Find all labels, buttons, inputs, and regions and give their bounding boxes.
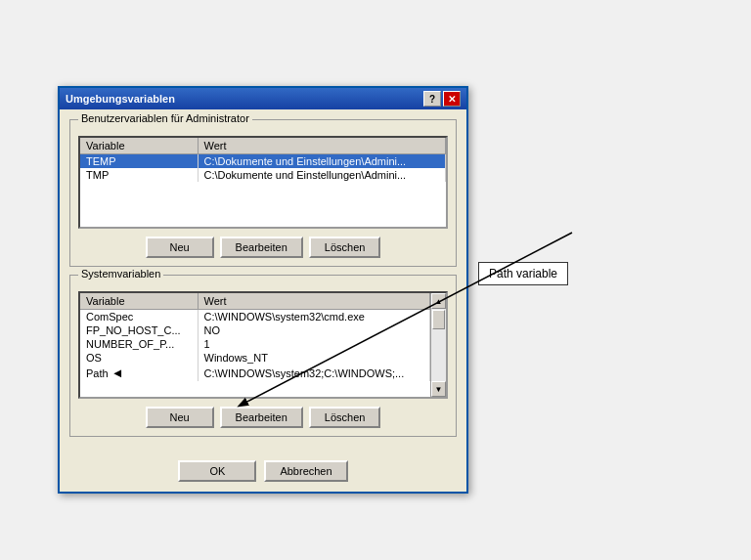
annotation-box: Path variable bbox=[478, 262, 568, 285]
user-table-header: Variable Wert bbox=[80, 138, 446, 154]
close-button[interactable]: ✕ bbox=[443, 91, 461, 107]
sys-var-name: Path ◄ bbox=[80, 365, 198, 381]
annotation-label: Path variable bbox=[489, 267, 557, 280]
user-delete-button[interactable]: Löschen bbox=[309, 237, 381, 258]
ok-button[interactable]: OK bbox=[178, 460, 256, 482]
user-table-row[interactable]: TEMPC:\Dokumente und Einstellungen\Admin… bbox=[80, 154, 446, 169]
help-button[interactable]: ? bbox=[423, 91, 441, 107]
scroll-thumb[interactable] bbox=[432, 310, 445, 329]
scroll-down-btn[interactable]: ▼ bbox=[431, 381, 446, 397]
environment-variables-dialog: Umgebungsvariablen ? ✕ Benutzervariablen… bbox=[58, 86, 468, 494]
system-table-body: ComSpecC:\WINDOWS\system32\cmd.exeFP_NO_… bbox=[80, 310, 430, 382]
system-edit-button[interactable]: Bearbeiten bbox=[220, 407, 303, 428]
system-scrollbar[interactable]: ▲ ▼ bbox=[430, 293, 446, 397]
system-variables-table-wrapper: Variable Wert ComSpecC:\WINDOWS\system32… bbox=[78, 291, 448, 399]
dialog-body: Benutzervariablen für Administrator Vari… bbox=[60, 109, 466, 454]
page-wrapper: Umgebungsvariablen ? ✕ Benutzervariablen… bbox=[58, 86, 693, 494]
system-table-row[interactable]: Path ◄C:\WINDOWS\system32;C:\WINDOWS;... bbox=[80, 365, 430, 381]
system-table-row[interactable]: FP_NO_HOST_C...NO bbox=[80, 323, 430, 337]
dialog-title: Umgebungsvariablen bbox=[66, 93, 175, 105]
path-arrow-icon: ◄ bbox=[111, 366, 124, 380]
system-delete-button[interactable]: Löschen bbox=[309, 407, 381, 428]
system-col-variable: Variable bbox=[80, 293, 198, 310]
user-btn-row: Neu Bearbeiten Löschen bbox=[78, 237, 448, 258]
user-edit-button[interactable]: Bearbeiten bbox=[220, 237, 303, 258]
system-col-value: Wert bbox=[198, 293, 430, 310]
user-variables-section: Benutzervariablen für Administrator Vari… bbox=[69, 119, 457, 267]
system-section-title: Systemvariablen bbox=[78, 268, 163, 280]
system-btn-row: Neu Bearbeiten Löschen bbox=[78, 407, 448, 428]
sys-var-name: NUMBER_OF_P... bbox=[80, 337, 198, 351]
scroll-track bbox=[431, 309, 446, 381]
title-bar: Umgebungsvariablen ? ✕ bbox=[60, 88, 466, 109]
sys-var-value: C:\WINDOWS\system32;C:\WINDOWS;... bbox=[198, 365, 430, 381]
dialog-footer: OK Abbrechen bbox=[60, 454, 466, 492]
system-new-button[interactable]: Neu bbox=[146, 407, 214, 428]
sys-var-name: OS bbox=[80, 351, 198, 365]
user-variables-table: Variable Wert TEMPC:\Dokumente und Einst… bbox=[80, 138, 446, 182]
annotation-area: Path variable bbox=[478, 262, 693, 285]
system-variables-table: Variable Wert ComSpecC:\WINDOWS\system32… bbox=[80, 293, 430, 381]
system-table-row[interactable]: NUMBER_OF_P...1 bbox=[80, 337, 430, 351]
sys-var-value: Windows_NT bbox=[198, 351, 430, 365]
system-table-header: Variable Wert bbox=[80, 293, 430, 310]
user-new-button[interactable]: Neu bbox=[146, 237, 214, 258]
user-col-variable: Variable bbox=[80, 138, 198, 154]
sys-var-value: 1 bbox=[198, 337, 430, 351]
scroll-up-btn[interactable]: ▲ bbox=[431, 293, 446, 309]
system-table-row[interactable]: ComSpecC:\WINDOWS\system32\cmd.exe bbox=[80, 310, 430, 324]
title-bar-controls: ? ✕ bbox=[423, 91, 461, 107]
user-variables-table-wrapper: Variable Wert TEMPC:\Dokumente und Einst… bbox=[78, 136, 448, 229]
user-col-value: Wert bbox=[198, 138, 446, 154]
sys-var-value: NO bbox=[198, 323, 430, 337]
sys-var-value: C:\WINDOWS\system32\cmd.exe bbox=[198, 310, 430, 324]
user-var-value: C:\Dokumente und Einstellungen\Admini... bbox=[198, 168, 446, 182]
system-variables-section: Systemvariablen Variable Wert ComSpecC:\… bbox=[69, 275, 457, 437]
user-table-row[interactable]: TMPC:\Dokumente und Einstellungen\Admini… bbox=[80, 168, 446, 182]
user-var-name: TMP bbox=[80, 168, 198, 182]
cancel-button[interactable]: Abbrechen bbox=[264, 460, 347, 482]
user-section-title: Benutzervariablen für Administrator bbox=[78, 112, 252, 124]
user-table-body: TEMPC:\Dokumente und Einstellungen\Admin… bbox=[80, 154, 446, 183]
user-var-value: C:\Dokumente und Einstellungen\Admini... bbox=[198, 154, 446, 169]
sys-var-name: FP_NO_HOST_C... bbox=[80, 323, 198, 337]
sys-var-name: ComSpec bbox=[80, 310, 198, 324]
system-table-row[interactable]: OSWindows_NT bbox=[80, 351, 430, 365]
user-var-name: TEMP bbox=[80, 154, 198, 169]
